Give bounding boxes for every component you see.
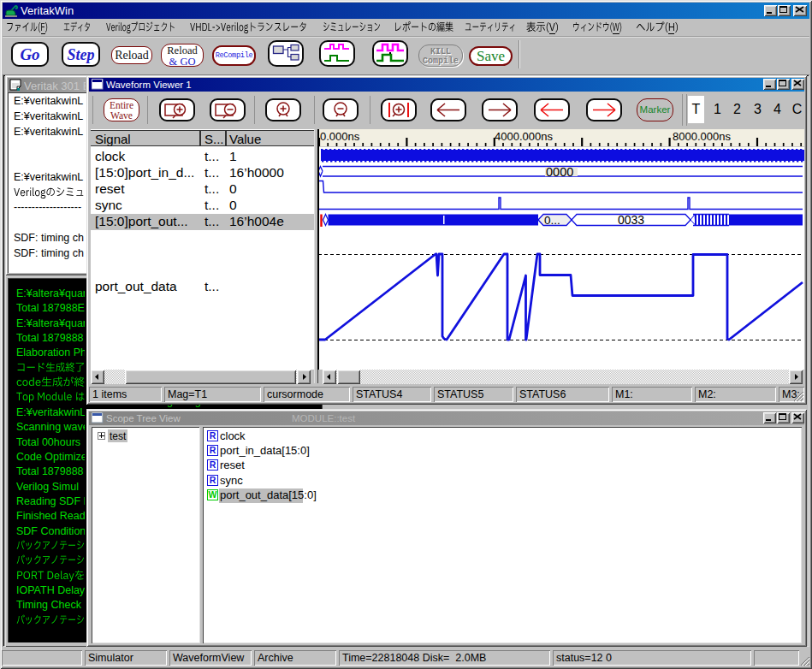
- svg-text:0...: 0...: [544, 214, 560, 227]
- svg-text:0033: 0033: [618, 213, 644, 227]
- svg-text:0000: 0000: [546, 165, 573, 179]
